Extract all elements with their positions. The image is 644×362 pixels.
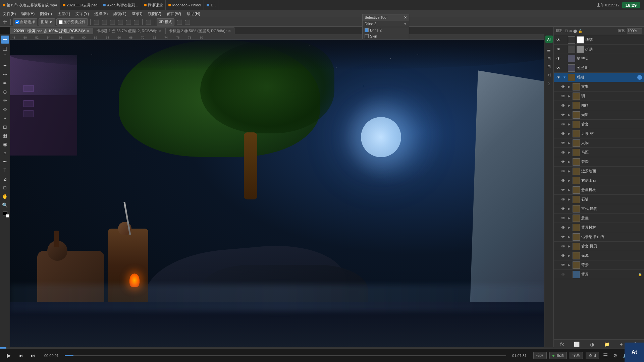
align-center-icon[interactable]: ⬛ xyxy=(101,19,108,25)
canvas-area[interactable] xyxy=(10,40,553,349)
skin-checkbox[interactable] xyxy=(365,34,369,38)
shape-tool[interactable]: □ xyxy=(1,184,9,192)
layer-vis-houqi[interactable]: 👁 xyxy=(556,75,561,80)
taskbar-psd[interactable]: 20201113云雾.psd xyxy=(60,0,101,10)
layer-vis-guantao-pinbei[interactable]: 👁 xyxy=(560,244,566,249)
layer-expand-beijing-shulin[interactable]: ▶ xyxy=(567,226,571,230)
heal-tool[interactable]: ⊕ xyxy=(1,88,9,96)
lock-icon-2[interactable]: ⊕ xyxy=(569,29,572,33)
layer-expand-yuanjing-shanshi[interactable]: ▶ xyxy=(567,235,571,239)
selective-item-skin[interactable]: Skin xyxy=(363,33,409,39)
align-top-icon[interactable]: ⬛ xyxy=(117,19,124,25)
layer-expand-jinjing-shu[interactable]: ▶ xyxy=(567,132,571,136)
layer-xingao[interactable]: 👁 线稿 xyxy=(554,35,644,45)
text-tool[interactable]: T xyxy=(1,166,9,174)
prev-button[interactable]: ⏮ xyxy=(16,351,25,360)
menu-view[interactable]: 视图(V) xyxy=(145,10,164,17)
gradient-tool[interactable]: ▦ xyxy=(1,131,9,139)
dodge-tool[interactable]: ○ xyxy=(1,149,9,157)
taskbar-music[interactable]: Moonsea - Phidel xyxy=(166,0,204,10)
selective-item-dfine2[interactable]: Dfine 2 xyxy=(363,27,409,33)
layer-expand-jinjing-dimian[interactable]: ▶ xyxy=(567,169,571,173)
toolbar-3d-icon[interactable]: ⬛ xyxy=(176,19,182,25)
fill-input[interactable] xyxy=(627,28,642,34)
zoom-tool[interactable]: 🔍 xyxy=(1,201,9,209)
layer-vis-wenan[interactable]: 👁 xyxy=(560,84,566,89)
layer-vis-mapi[interactable]: 👁 xyxy=(560,150,566,155)
lock-icon-3[interactable]: ⬤ xyxy=(573,29,577,33)
menu-layer[interactable]: 图层(L) xyxy=(55,10,73,17)
layer-jinjing-dimian[interactable]: 👁 ▶ 近景地面 xyxy=(554,167,644,176)
layer-fx-btn[interactable]: fx xyxy=(560,342,564,347)
eyedropper-tool[interactable]: ✒ xyxy=(1,79,9,87)
align-right-icon[interactable]: ⬛ xyxy=(109,19,116,25)
layer-expand-beijing-folder[interactable]: ▶ xyxy=(567,263,571,267)
menu-select[interactable]: 选择(S) xyxy=(92,10,110,17)
taskbar-video[interactable]: 第19节 夜晚云雾战场合成.mp4 xyxy=(0,0,60,10)
layer-vis-beijing-shulin[interactable]: 👁 xyxy=(560,225,566,230)
taskbar-tencent[interactable]: 腾讯课堂 xyxy=(141,0,166,10)
layer-mapi[interactable]: 👁 ▶ 马匹 xyxy=(554,148,644,157)
ai-icon[interactable]: AI xyxy=(545,36,553,43)
layer-expand-houqi[interactable]: ▼ xyxy=(562,75,567,79)
auto-select-input[interactable] xyxy=(15,20,19,24)
layer-vis-guantao2[interactable]: 👁 xyxy=(560,159,566,165)
layer-group-btn[interactable]: 📁 xyxy=(604,342,610,347)
path-tool[interactable]: ⊿ xyxy=(1,175,9,183)
menu-image[interactable]: 图像(I) xyxy=(37,10,54,17)
pen-tool[interactable]: ✒ xyxy=(1,158,9,166)
layer-expand-guangying[interactable]: ▶ xyxy=(567,113,571,117)
layer-vis-xingao[interactable]: 👁 xyxy=(556,37,561,43)
layer-expand-chuangfa[interactable]: ▶ xyxy=(567,104,571,108)
blur-tool[interactable]: ◉ xyxy=(1,140,9,148)
layer-expand-renwu[interactable]: ▶ xyxy=(567,141,571,145)
layer-vis-tiao[interactable]: 👁 xyxy=(560,94,566,99)
layer-xuanya-shuzhi[interactable]: 👁 ▶ 悬崖树枝 xyxy=(554,185,644,195)
menu-file[interactable]: 文件(F) xyxy=(0,10,18,17)
review-btn[interactable]: 查旧 xyxy=(586,352,599,359)
layer-vis-81[interactable]: 👁 xyxy=(556,65,561,71)
tab-title2-close[interactable]: ✕ xyxy=(228,29,231,33)
layer-expand-xuanya[interactable]: ▶ xyxy=(567,216,571,220)
layer-vis-beijing-folder[interactable]: 👁 xyxy=(560,262,566,268)
layer-expand-guangyuan[interactable]: ▶ xyxy=(567,254,571,258)
layer-jinjing-shu[interactable]: 👁 ▶ 近景-树 xyxy=(554,129,644,138)
layer-xuanya[interactable]: 👁 ▶ 悬崖 xyxy=(554,214,644,223)
3d-mode-btn[interactable]: 3D 模式 xyxy=(157,18,174,25)
layer-adj-btn[interactable]: ◑ xyxy=(590,342,594,347)
settings-icon[interactable]: ⚙ xyxy=(612,353,619,358)
layer-guantao1[interactable]: 👁 ▶ 管套 xyxy=(554,120,644,129)
lock-icon-4[interactable]: 🔒 xyxy=(578,29,582,33)
layer-expand-mapi[interactable]: ▶ xyxy=(567,150,571,155)
layer-beijing-folder[interactable]: 👁 ▶ 背景 xyxy=(554,260,644,270)
layer-vis-yuanjing-shanshi[interactable]: 👁 xyxy=(560,234,566,240)
toolbar-extra-icon[interactable]: ⬛ xyxy=(184,19,191,25)
lock-icon-1[interactable]: ☐ xyxy=(565,29,568,33)
layer-vis-xuanya[interactable]: 👁 xyxy=(560,216,566,221)
selective-dfine2-input[interactable]: Dfine 2 ▼ xyxy=(363,21,409,27)
menu-help[interactable]: 帮助(H) xyxy=(184,10,203,17)
lasso-tool[interactable]: ⌒ xyxy=(1,53,9,61)
layer-vis-chuangfa[interactable]: 👁 xyxy=(560,103,566,108)
hand-tool[interactable]: ✋ xyxy=(1,192,9,200)
next-button[interactable]: ⏭ xyxy=(28,351,38,360)
layer-expand-guantao1[interactable]: ▶ xyxy=(567,122,571,126)
layer-yoce-shanshi[interactable]: 👁 ▶ 右侧山石 xyxy=(554,176,644,185)
layer-type-select[interactable]: 图层 ▼ xyxy=(39,18,55,25)
wand-tool[interactable]: ✦ xyxy=(1,62,9,70)
layer-guangying[interactable]: 👁 ▶ 光影 xyxy=(554,110,644,120)
menu-window[interactable]: 窗口(W) xyxy=(164,10,184,17)
taskbar-explorer[interactable]: D:\ xyxy=(204,0,218,10)
play-button[interactable]: ▶ xyxy=(4,351,13,360)
align-bottom-icon[interactable]: ⬛ xyxy=(133,19,140,25)
brush-tool[interactable]: ✏ xyxy=(1,97,9,105)
menu-filter[interactable]: 滤镜(T) xyxy=(110,10,129,17)
align-left-icon[interactable]: ⬛ xyxy=(93,19,100,25)
eraser-tool[interactable]: ◻ xyxy=(1,123,9,131)
layer-expand-xuanya-shuzhi[interactable]: ▶ xyxy=(567,188,571,192)
layer-vis-pinjie[interactable]: 👁 xyxy=(556,47,561,52)
layer-shiqiang[interactable]: 👁 ▶ 石墙 xyxy=(554,195,644,204)
subtitle-btn[interactable]: 字幕 xyxy=(570,352,583,359)
layer-wenan[interactable]: 👁 ▶ 文案 xyxy=(554,82,644,92)
layer-yuanjing-shanshi[interactable]: 👁 ▶ 远景悬浮·山石 xyxy=(554,232,644,242)
